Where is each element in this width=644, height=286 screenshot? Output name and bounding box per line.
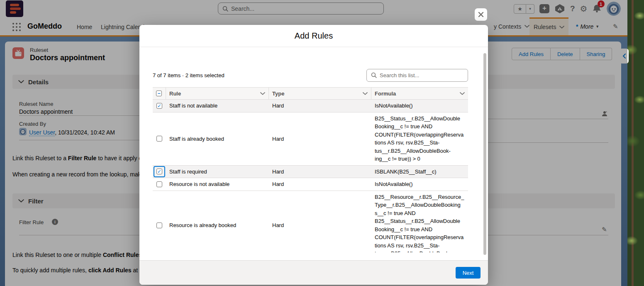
modal-close-button[interactable] — [475, 8, 487, 21]
table-row[interactable]: ✓ Staff is not available Hard IsNotAvail… — [153, 100, 468, 112]
rule-type-cell: Hard — [269, 191, 371, 253]
select-all-checkbox[interactable]: − — [156, 90, 162, 96]
table-row[interactable]: Resource is not available Hard IsNotAvai… — [153, 178, 468, 191]
rule-name-cell: Staff is already booked — [166, 112, 269, 165]
search-icon — [371, 72, 377, 78]
table-row[interactable]: Staff is already booked Hard B25__Status… — [153, 112, 468, 166]
rule-formula-cell: B25__Resource__r.B25__Resource_ Type__r.… — [371, 191, 468, 253]
list-search-input[interactable]: Search this list... — [366, 69, 468, 82]
modal-footer: Next — [139, 260, 488, 285]
row-checkbox[interactable] — [156, 136, 162, 142]
items-summary: 7 of 7 items · 2 items selected — [153, 72, 224, 78]
chevron-down-icon[interactable] — [363, 92, 368, 95]
table-row[interactable]: ✓ Staff is required Hard ISBLANK(B25__St… — [153, 166, 468, 178]
checkbox-focus-ring — [154, 166, 165, 178]
list-search-placeholder: Search this list... — [380, 72, 419, 78]
rule-type-cell: Hard — [269, 178, 371, 191]
table-row[interactable]: Resource is already booked Hard B25__Res… — [153, 191, 468, 253]
rule-name-cell: Staff is required — [166, 166, 269, 178]
chevron-down-icon[interactable] — [460, 92, 465, 95]
row-select-cell[interactable] — [153, 191, 166, 253]
row-select-cell[interactable]: ✓ — [153, 100, 166, 112]
row-select-cell[interactable] — [153, 178, 166, 191]
rule-formula-cell: IsNotAvailable() — [371, 100, 468, 112]
row-checkbox[interactable] — [156, 222, 162, 228]
desktop-wallpaper — [627, 0, 644, 286]
rule-type-cell: Hard — [269, 166, 371, 178]
rules-table: − Rule Type Formula — [153, 87, 468, 252]
list-toolbar: 7 of 7 items · 2 items selected Search t… — [153, 68, 468, 83]
table-header-row: − Rule Type Formula — [153, 87, 468, 100]
chevron-down-icon[interactable] — [260, 92, 265, 95]
column-header-rule[interactable]: Rule — [166, 88, 269, 99]
rule-name-cell: Staff is not available — [166, 100, 269, 112]
table-body: ✓ Staff is not available Hard IsNotAvail… — [153, 100, 468, 252]
row-checkbox[interactable] — [156, 181, 162, 187]
modal-header: Add Rules — [139, 25, 488, 47]
rule-name-cell: Resource is not available — [166, 178, 269, 191]
scrollbar-thumb[interactable] — [483, 53, 486, 255]
close-icon — [478, 11, 484, 18]
column-header-type[interactable]: Type — [269, 88, 371, 99]
rule-formula-cell: IsNotAvailable() — [371, 178, 468, 191]
add-rules-modal: Add Rules 7 of 7 items · 2 items selecte… — [139, 25, 488, 285]
rule-formula-cell: B25__Status__r.B25__AllowDouble Booking_… — [371, 112, 468, 165]
rule-type-cell: Hard — [269, 112, 371, 165]
next-button[interactable]: Next — [456, 267, 481, 279]
select-all-cell[interactable]: − — [153, 88, 166, 99]
rule-formula-cell: ISBLANK(B25__Staff__c) — [371, 166, 468, 178]
row-checkbox[interactable]: ✓ — [156, 103, 162, 109]
column-header-formula[interactable]: Formula — [371, 88, 468, 99]
rule-type-cell: Hard — [269, 100, 371, 112]
rule-name-cell: Resource is already booked — [166, 191, 269, 253]
modal-title: Add Rules — [295, 31, 333, 41]
screen: Search... ★ ▼ + ? ⚙ — [0, 0, 644, 286]
row-select-cell[interactable] — [153, 112, 166, 165]
row-select-cell[interactable]: ✓ — [153, 166, 166, 178]
